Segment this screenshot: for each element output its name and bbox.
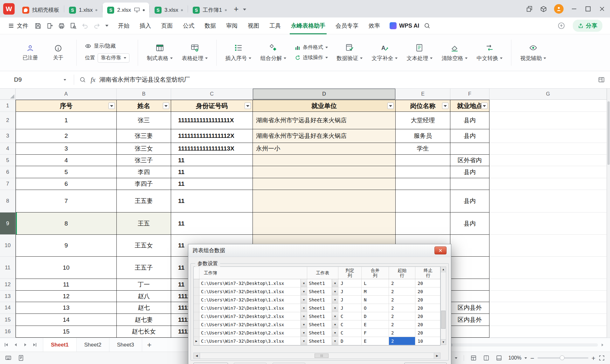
dialog-cell-start[interactable]: 2: [389, 304, 415, 312]
cell-D3[interactable]: 湖南省永州市宁远县好在来火锅店: [253, 129, 396, 143]
ribbon-text-process[interactable]: 文本处理: [406, 44, 433, 62]
cell-B6[interactable]: 李四: [117, 166, 171, 178]
add-sheet-button[interactable]: +: [142, 340, 157, 349]
chevron-down-icon[interactable]: [524, 357, 527, 359]
cell-D6[interactable]: [253, 166, 396, 178]
dialog-row-selector[interactable]: [194, 304, 199, 312]
sheet-tab-sheet3[interactable]: Sheet3: [109, 338, 142, 352]
zoom-percent[interactable]: 100%: [509, 355, 522, 361]
filter-button[interactable]: [108, 103, 115, 109]
cell-B3[interactable]: 张三妻: [117, 129, 171, 143]
tab-menu-dot[interactable]: [181, 9, 183, 11]
cell-E7[interactable]: [396, 178, 450, 190]
ribbon-about[interactable]: 关于: [48, 44, 68, 61]
export-icon[interactable]: [46, 23, 53, 29]
dialog-sheet-value[interactable]: Sheet1: [307, 312, 332, 320]
cell-G10[interactable]: [489, 235, 607, 257]
dialog-workbook-dropdown[interactable]: ▼: [301, 329, 307, 337]
cell-F12[interactable]: [450, 279, 489, 291]
delete-row-button[interactable]: 删除行(D): [273, 363, 305, 364]
cell-E9[interactable]: [396, 212, 450, 235]
row-header-3[interactable]: 3: [0, 129, 16, 143]
column-header-D[interactable]: D: [253, 89, 396, 100]
fx-label[interactable]: fx: [91, 76, 95, 84]
combine-data-button[interactable]: 组合数据(C): [404, 363, 447, 364]
cell-A1[interactable]: 序号: [16, 100, 117, 112]
dialog-cell-start[interactable]: 2: [389, 279, 415, 287]
row-header-6[interactable]: 6: [0, 166, 16, 178]
cell-F14[interactable]: 区内县外: [450, 302, 489, 314]
dialog-workbook-dropdown[interactable]: ▼: [301, 279, 307, 287]
dialog-cell-judge[interactable]: D: [338, 337, 362, 345]
ribbon-visual-assist[interactable]: 视觉辅助: [520, 44, 546, 62]
cell-B10[interactable]: 王五女: [117, 235, 171, 257]
page-layout-view-icon[interactable]: [496, 355, 502, 361]
menu-member[interactable]: 会员专享: [330, 17, 364, 34]
dialog-sheet-dropdown[interactable]: ▼: [332, 337, 338, 345]
cell-B9[interactable]: 王五: [117, 212, 171, 235]
ribbon-registered[interactable]: 已注册: [20, 44, 40, 61]
dialog-cell-end[interactable]: 20: [415, 329, 441, 337]
dialog-cell-judge[interactable]: C: [338, 320, 362, 328]
cell-F15[interactable]: 区内县外: [450, 314, 489, 326]
ribbon-clear-spaces[interactable]: 清除空格: [441, 44, 468, 62]
row-header-7[interactable]: 7: [0, 178, 16, 190]
tab-3-xlsx[interactable]: S 3.xlsx: [150, 3, 187, 17]
cell-E2[interactable]: 大堂经理: [396, 112, 450, 129]
first-sheet-icon[interactable]: [4, 342, 9, 347]
cell-B1[interactable]: 姓名: [117, 100, 171, 112]
cell-D5[interactable]: [253, 155, 396, 166]
print-icon[interactable]: [58, 23, 65, 29]
cell-B13[interactable]: 赵八: [117, 291, 171, 302]
cell-A9[interactable]: 8: [16, 212, 117, 235]
dialog-workbook-value[interactable]: C:\Users\Win7-32\Desktop\2.xlsx: [199, 312, 301, 320]
cell-A10[interactable]: 9: [16, 235, 117, 257]
dialog-cell-merge[interactable]: D: [362, 312, 389, 320]
dialog-cell-end[interactable]: 20: [415, 296, 441, 304]
cell-A14[interactable]: 13: [16, 302, 117, 314]
ribbon-text-complete[interactable]: A 文字补全: [371, 44, 398, 62]
dialog-sheet-value[interactable]: Sheet1: [307, 304, 332, 312]
grid-vertical-scrollbar[interactable]: [607, 89, 610, 338]
cell-F6[interactable]: 县内: [450, 166, 489, 178]
dialog-cell-end[interactable]: 20: [415, 320, 441, 328]
search-icon[interactable]: [424, 22, 431, 29]
menu-data[interactable]: 数据: [199, 17, 221, 34]
ribbon-format-tables[interactable]: 制式表格: [146, 44, 173, 62]
dialog-close-button[interactable]: ✕: [434, 246, 447, 254]
row-header-11[interactable]: 11: [0, 257, 16, 279]
cell-E4[interactable]: 学生: [396, 143, 450, 155]
dialog-title-bar[interactable]: 跨表组合数据 ✕: [188, 244, 451, 257]
dialog-sheet-dropdown[interactable]: ▼: [332, 279, 338, 287]
dialog-workbook-value[interactable]: C:\Users\Win7-32\Desktop\1.xlsx: [199, 304, 301, 312]
upload-cloud-icon[interactable]: [558, 22, 565, 30]
dialog-workbook-value[interactable]: C:\Users\Win7-32\Desktop\2.xlsx: [199, 329, 301, 337]
menu-review[interactable]: 审阅: [221, 17, 243, 34]
cell-G16[interactable]: [489, 326, 607, 338]
cell-G14[interactable]: [489, 302, 607, 314]
scrollbar-thumb[interactable]: [315, 354, 329, 358]
dialog-cell-start[interactable]: 2: [389, 320, 415, 328]
dialog-sheet-dropdown[interactable]: ▼: [332, 320, 338, 328]
share-button[interactable]: 分享: [573, 20, 602, 32]
dialog-cell-judge[interactable]: J: [338, 287, 362, 295]
cell-D8[interactable]: [253, 190, 396, 212]
dialog-sheet-value[interactable]: Sheet1: [307, 279, 332, 287]
menu-efficiency[interactable]: 效率: [364, 17, 385, 34]
cell-E8[interactable]: [396, 190, 450, 212]
dialog-sheet-value[interactable]: Sheet1: [307, 287, 332, 295]
cell-C6[interactable]: 11: [171, 166, 253, 178]
fullscreen-icon[interactable]: [599, 355, 605, 361]
dialog-workbook-value[interactable]: C:\Users\Win7-32\Desktop\1.xlsx: [199, 279, 301, 287]
maximize-icon[interactable]: [585, 5, 592, 12]
position-select[interactable]: 靠右停靠: [98, 53, 129, 63]
filter-button[interactable]: [387, 103, 394, 109]
cell-F7[interactable]: [450, 178, 489, 190]
cell-G11[interactable]: [489, 257, 607, 279]
dialog-cell-start[interactable]: 2: [389, 296, 415, 304]
dialog-cell-merge[interactable]: L: [362, 279, 389, 287]
cell-A5[interactable]: 4: [16, 155, 117, 166]
dialog-row-selector[interactable]: [194, 296, 199, 304]
zoom-slider-knob[interactable]: [560, 355, 565, 360]
normal-view-icon[interactable]: [470, 355, 477, 361]
